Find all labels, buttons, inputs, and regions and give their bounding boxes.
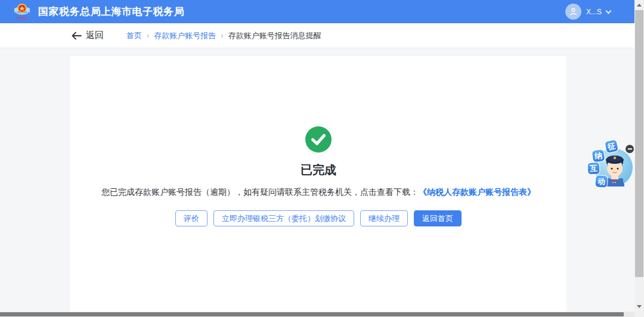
assistant-char-hu: 互 [588,163,600,175]
download-report-link[interactable]: 《纳税人存款账户账号报告表》 [419,187,535,197]
assistant-char-na: 纳 [592,150,605,162]
user-avatar[interactable] [565,4,581,20]
scroll-up-button[interactable] [634,0,644,10]
breadcrumb-bar: 返回 首页 › 存款账户账号报告 › 存款账户账号报告消息提醒 [0,23,634,48]
breadcrumb-current: 存款账户账号报告消息提醒 [228,30,321,41]
vertical-scrollbar-thumb[interactable] [635,10,643,277]
return-home-button[interactable]: 返回首页 [414,210,462,226]
person-icon [569,7,578,16]
scroll-up-arrow-icon [637,4,642,7]
app-title: 国家税务总局上海市电子税务局 [38,5,184,18]
scroll-down-button[interactable] [634,302,644,312]
status-description: 您已完成存款账户账号报告（逾期），如有疑问请联系主管税务机关，点击查看下载：《纳… [70,187,566,198]
scrollbar-corner [634,312,644,317]
logo-caption: 中国税务 [17,17,27,20]
back-arrow-icon [72,32,82,40]
breadcrumb-home[interactable]: 首页 [126,30,142,41]
interaction-assistant-widget[interactable]: 征 纳 互 动 [587,141,634,197]
result-card: 已完成 您已完成存款账户账号报告（逾期），如有疑问请联系主管税务机关，点击查看下… [70,56,566,312]
breadcrumb: 首页 › 存款账户账号报告 › 存款账户账号报告消息提醒 [126,30,321,41]
top-header: 中国税务 国家税务总局上海市电子税务局 X...S [0,0,634,23]
action-buttons: 评价 立即办理银税三方（委托）划缴协议 继续办理 返回首页 [70,210,566,226]
bank-tripartite-agreement-button[interactable]: 立即办理银税三方（委托）划缴协议 [213,210,354,226]
assistant-char-dong: 动 [595,175,607,187]
horizontal-scrollbar[interactable] [0,312,634,317]
vertical-scrollbar[interactable] [634,0,644,312]
evaluate-button[interactable]: 评价 [175,210,208,226]
success-check-icon [305,126,332,153]
back-button[interactable]: 返回 [72,30,104,41]
user-menu[interactable]: X...S [565,4,611,20]
tax-bureau-logo-icon: 中国税务 [12,2,32,21]
breadcrumb-separator: › [147,31,149,40]
breadcrumb-separator: › [221,31,223,40]
user-name: X...S [586,8,602,16]
scroll-down-arrow-icon [637,305,642,308]
breadcrumb-report[interactable]: 存款账户账号报告 [154,30,216,41]
content-area: 中国税务 国家税务总局上海市电子税务局 X...S 返回 [0,0,634,312]
continue-button[interactable]: 继续办理 [360,210,408,226]
back-label[interactable]: 返回 [86,30,104,41]
status-description-text: 您已完成存款账户账号报告（逾期），如有疑问请联系主管税务机关，点击查看下载： [101,187,419,197]
minimize-widget-button[interactable] [626,145,634,153]
main-area: 已完成 您已完成存款账户账号报告（逾期），如有疑问请联系主管税务机关，点击查看下… [0,48,634,312]
status-title: 已完成 [70,162,566,178]
page: 中国税务 国家税务总局上海市电子税务局 X...S 返回 [0,0,644,317]
chevron-down-icon[interactable] [606,8,612,14]
horizontal-scrollbar-thumb[interactable] [0,312,624,316]
